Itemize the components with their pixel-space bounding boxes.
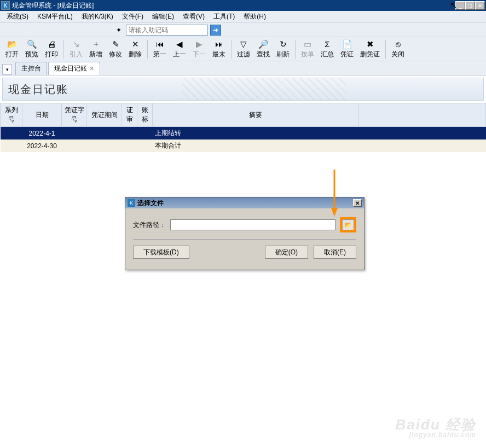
toolbar-删除-button[interactable]: ✕删除 (125, 39, 145, 60)
关闭-icon: ⎋ (393, 39, 403, 49)
menu-help[interactable]: 帮助(H) (239, 11, 270, 22)
toolbar-新增-button[interactable]: ＋新增 (86, 39, 106, 60)
menu-ksm[interactable]: KSM平台(L) (33, 11, 77, 22)
table-row[interactable]: 2022-4-30本期合计 (1, 139, 486, 152)
toolbar-label: 汇总 (321, 50, 334, 59)
table-cell (1, 127, 22, 140)
browse-button[interactable]: 📂 (342, 219, 354, 230)
table-row[interactable]: 2022-4-1上期结转 (1, 127, 486, 140)
col-date[interactable]: 日期 (22, 103, 62, 127)
toolbar-汇总-button[interactable]: Σ汇总 (317, 39, 337, 60)
col-voucher-period[interactable]: 凭证期间 (87, 103, 122, 127)
toolbar-label: 查找 (257, 50, 270, 59)
toolbar-最末-button[interactable]: ⏭最末 (209, 39, 229, 60)
toolbar-删凭证-button[interactable]: ✖删凭证 (357, 39, 383, 60)
menu-edit[interactable]: 编辑(E) (148, 11, 178, 22)
download-template-button[interactable]: 下载模板(D) (133, 246, 189, 259)
凭证-icon: 📄 (342, 39, 352, 49)
window-controls: _ □ ✕ (455, 1, 485, 10)
col-voucher-no[interactable]: 凭证字号 (62, 103, 87, 127)
col-serial[interactable]: 系列号 (1, 103, 22, 127)
menu-bar: 系统(S) KSM平台(L) 我的K/3(K) 文件(F) 编辑(E) 查看(V… (0, 11, 486, 23)
menu-view[interactable]: 查看(V) (178, 11, 209, 22)
watermark: Baidu 经验 jingyan.baidu.com (396, 417, 476, 438)
table-cell: 本期合计 (153, 139, 359, 152)
title-bar: K 现金管理系统 - [现金日记账] _ □ ✕ (0, 0, 486, 11)
toolbar-label: 凭证 (340, 50, 354, 59)
menu-system[interactable]: 系统(S) (2, 11, 33, 22)
预览-icon: 🔍 (27, 39, 37, 49)
col-extra[interactable] (359, 103, 486, 127)
打开-icon: 📂 (7, 39, 17, 49)
app-icon: K (1, 1, 10, 10)
toolbar-查找-button[interactable]: 🔎查找 (253, 39, 273, 60)
toolbar-打印-button[interactable]: 🖨打印 (42, 39, 61, 60)
page-title: 现金日记账 (8, 82, 68, 97)
select-file-dialog: K 选择文件 ✕ 文件路径： 📂 下载模板(D) 确定(O) 取消(E) (125, 197, 364, 270)
toolbar-关闭-button[interactable]: ⎋关闭 (388, 39, 408, 60)
toolbar-打开-button[interactable]: 📂打开 (2, 39, 22, 60)
toolbar-label: 删凭证 (360, 50, 380, 59)
dialog-close-button[interactable]: ✕ (353, 199, 362, 207)
tab-dropdown-button[interactable]: ▾ (2, 64, 12, 75)
toolbar-第一-button[interactable]: ⏮第一 (150, 39, 170, 60)
toolbar-separator (63, 40, 64, 59)
watermark-main: Baidu 经验 (396, 416, 476, 433)
menu-file[interactable]: 文件(F) (118, 11, 148, 22)
下一-icon: ▶ (194, 39, 204, 49)
file-path-row: 文件路径： 📂 (133, 217, 356, 232)
toolbar-刷新-button[interactable]: ↻刷新 (273, 39, 293, 60)
toolbar-label: 预览 (25, 50, 38, 59)
table-header-row: 系列号 日期 凭证字号 凭证期间 证审 账标 摘要 (1, 103, 486, 127)
tab-main-label: 主控台 (21, 64, 41, 73)
toolbar-label: 过滤 (237, 50, 250, 59)
toolbar-label: 刷新 (276, 50, 290, 59)
toolbar-label: 修改 (109, 50, 122, 59)
minimize-button[interactable]: _ (455, 1, 465, 10)
table-cell (122, 127, 137, 140)
toolbar-凭证-button[interactable]: 📄凭证 (337, 39, 357, 60)
menu-myk3[interactable]: 我的K/3(K) (77, 11, 118, 22)
maximize-button[interactable]: □ (465, 1, 475, 10)
tab-cash-journal[interactable]: 现金日记账 ✕ (48, 62, 100, 75)
col-audit[interactable]: 证审 (122, 103, 137, 127)
table-cell (137, 139, 153, 152)
main-toolbar: 📂打开🔍预览🖨打印↘引入＋新增✎修改✕删除⏮第一◀上一▶下一⏭最末▽过滤🔎查找↻… (0, 37, 486, 61)
过滤-icon: ▽ (239, 39, 248, 49)
ok-button[interactable]: 确定(O) (265, 246, 308, 259)
helper-code-input[interactable] (126, 25, 208, 36)
helper-go-button[interactable]: ➜ (210, 25, 221, 36)
toolbar-过滤-button[interactable]: ▽过滤 (234, 39, 253, 60)
最末-icon: ⏭ (214, 39, 224, 49)
dialog-separator (133, 239, 356, 240)
table-cell: 2022-4-1 (22, 127, 62, 140)
table-cell (62, 139, 87, 152)
dialog-titlebar[interactable]: K 选择文件 ✕ (125, 197, 364, 208)
toolbar-引入-button: ↘引入 (66, 39, 86, 60)
tab-main[interactable]: 主控台 (15, 62, 47, 75)
toolbar-label: 删除 (129, 50, 142, 59)
toolbar-预览-button[interactable]: 🔍预览 (22, 39, 42, 60)
toolbar-label: 第一 (153, 50, 166, 59)
tab-active-label: 现金日记账 (54, 64, 87, 73)
col-summary[interactable]: 摘要 (153, 103, 359, 127)
toolbar-label: 按单 (301, 50, 314, 59)
汇总-icon: Σ (322, 39, 332, 49)
toolbar-修改-button[interactable]: ✎修改 (106, 39, 125, 60)
file-path-input[interactable] (170, 219, 335, 230)
table-cell (359, 127, 486, 140)
cash-journal-table: 系列号 日期 凭证字号 凭证期间 证审 账标 摘要 2022-4-1上期结转20… (0, 103, 486, 152)
dialog-button-row: 下载模板(D) 确定(O) 取消(E) (133, 246, 356, 265)
col-flag[interactable]: 账标 (137, 103, 153, 127)
tab-close-icon[interactable]: ✕ (89, 65, 94, 72)
close-button[interactable]: ✕ (475, 1, 485, 10)
删凭证-icon: ✖ (365, 39, 375, 49)
file-path-label: 文件路径： (133, 220, 166, 230)
menu-tools[interactable]: 工具(T) (209, 11, 239, 22)
table-cell (1, 139, 22, 152)
toolbar-separator (385, 40, 386, 59)
cancel-button[interactable]: 取消(E) (314, 246, 356, 259)
toolbar-上一-button[interactable]: ◀上一 (170, 39, 189, 60)
page-header: 现金日记账 (2, 78, 484, 101)
toolbar-label: 引入 (70, 50, 83, 59)
